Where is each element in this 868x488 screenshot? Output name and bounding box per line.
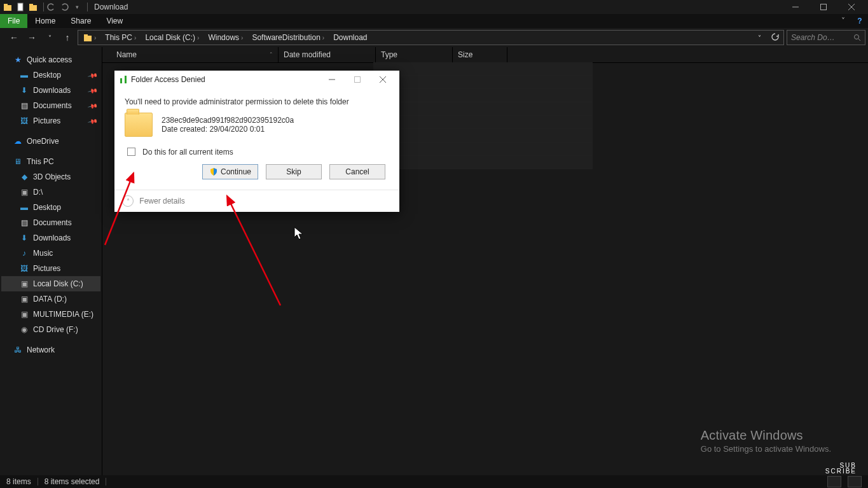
minimize-button[interactable] (782, 0, 809, 14)
3d-icon: ◆ (19, 172, 29, 182)
svg-rect-14 (125, 76, 127, 83)
sidebar-item-local-disk-c[interactable]: ▣Local Disk (C:) (1, 276, 100, 291)
sidebar-item-multimedia-e[interactable]: ▣MULTIMEDIA (E:) (1, 307, 100, 322)
document-icon (15, 2, 25, 12)
sidebar-item-data-d[interactable]: ▣DATA (D:) (1, 291, 100, 307)
svg-rect-4 (29, 4, 33, 6)
addressbar-history-icon[interactable]: ˅ (752, 30, 767, 45)
svg-rect-10 (84, 34, 88, 36)
folder-root-icon[interactable]: › (79, 31, 100, 44)
download-icon: ⬇ (19, 233, 29, 243)
drive-icon: ▣ (19, 309, 29, 319)
sidebar-group-network[interactable]: 🖧 Network (1, 342, 100, 358)
do-for-all-checkbox[interactable]: Do this for all current items (125, 146, 389, 158)
breadcrumb-segment[interactable]: SoftwareDistribution› (248, 31, 328, 44)
svg-point-11 (855, 35, 859, 39)
checkbox-input[interactable] (127, 148, 135, 156)
sidebar-item-3d-objects[interactable]: ◆3D Objects (1, 169, 100, 185)
breadcrumb-segment[interactable]: This PC› (101, 31, 140, 44)
title-bar: ▾ Download (0, 0, 868, 14)
details-view-button[interactable] (827, 476, 841, 487)
svg-rect-13 (120, 78, 122, 83)
view-tab[interactable]: View (99, 14, 130, 28)
file-tab[interactable]: File (0, 14, 27, 28)
sidebar-item-pictures[interactable]: 🖼 Pictures📌 (1, 113, 100, 129)
sidebar-item-desktop[interactable]: ▬Desktop (1, 200, 100, 215)
share-tab[interactable]: Share (63, 14, 99, 28)
column-size[interactable]: Size (453, 47, 507, 62)
refresh-button[interactable] (768, 32, 782, 43)
sidebar-item-music[interactable]: ♪Music (1, 246, 100, 261)
sidebar-group-onedrive[interactable]: ☁ OneDrive (1, 134, 100, 149)
cancel-button[interactable]: Cancel (329, 164, 385, 179)
music-icon: ♪ (19, 248, 29, 258)
sidebar-item-desktop[interactable]: ▬ Desktop📌 (1, 67, 100, 83)
sidebar-group-quick-access[interactable]: ★ Quick access (1, 52, 100, 67)
breadcrumb-segment[interactable]: Windows› (204, 31, 247, 44)
disc-icon: ◉ (19, 324, 29, 335)
pc-icon: 🖥 (13, 157, 23, 167)
navigation-sidebar: ★ Quick access ▬ Desktop📌 ⬇ Downloads📌 ▤… (0, 47, 102, 475)
svg-rect-6 (821, 4, 827, 10)
pin-icon: 📌 (88, 85, 98, 95)
sidebar-item-documents[interactable]: ▤Documents (1, 215, 100, 230)
nav-up-button[interactable]: ↑ (60, 30, 75, 45)
svg-rect-2 (18, 3, 23, 11)
column-date-modified[interactable]: Date modified (279, 47, 376, 62)
search-input[interactable]: Search Do… (787, 30, 865, 45)
nav-back-button[interactable]: ← (6, 30, 22, 45)
sort-asc-icon: ˄ (270, 52, 273, 58)
skip-button[interactable]: Skip (266, 164, 322, 179)
ribbon-tabs: File Home Share View ˅ ? (0, 14, 868, 28)
sidebar-item-downloads[interactable]: ⬇ Downloads📌 (1, 83, 100, 98)
dialog-close-button[interactable] (370, 71, 396, 88)
svg-rect-0 (4, 5, 11, 11)
dialog-maximize-button[interactable] (345, 71, 370, 88)
drive-icon: ▣ (19, 294, 29, 304)
sidebar-item-downloads[interactable]: ⬇Downloads (1, 230, 100, 246)
network-icon: 🖧 (13, 345, 23, 355)
qat-dropdown-icon[interactable]: ▾ (72, 2, 82, 12)
thumbnails-view-button[interactable] (848, 476, 862, 487)
dialog-icon (118, 74, 128, 85)
home-tab[interactable]: Home (27, 14, 63, 28)
download-icon: ⬇ (19, 85, 29, 95)
address-bar[interactable]: › This PC› Local Disk (C:)› Windows› Sof… (78, 30, 784, 45)
column-headers[interactable]: Name˄ Date modified Type Size (102, 47, 868, 63)
dialog-minimize-button[interactable] (319, 71, 345, 88)
subscribe-watermark: SUB SCRIBE (825, 463, 857, 474)
sidebar-item-drive-d[interactable]: ▣D:\ (1, 185, 100, 200)
sidebar-group-this-pc[interactable]: 🖥 This PC (1, 154, 100, 169)
recent-locations-icon[interactable]: ˅ (42, 30, 57, 45)
undo-icon[interactable] (46, 2, 57, 12)
sidebar-item-documents[interactable]: ▤ Documents📌 (1, 98, 100, 113)
sidebar-item-cd-drive-f[interactable]: ◉CD Drive (F:) (1, 322, 100, 337)
document-icon: ▤ (19, 218, 29, 228)
window-title: Download (94, 3, 128, 11)
separator (38, 478, 38, 485)
chevron-up-icon: ˄ (122, 195, 134, 207)
nav-forward-button[interactable]: → (24, 30, 39, 45)
svg-rect-1 (4, 4, 8, 6)
activate-windows-watermark: Activate Windows Go to Settings to activ… (701, 428, 831, 454)
column-name[interactable]: Name˄ (111, 47, 279, 62)
column-type[interactable]: Type (376, 47, 453, 62)
fewer-details-link[interactable]: ˄ Fewer details (114, 190, 399, 212)
breadcrumb-segment[interactable]: Download (329, 31, 371, 44)
star-icon: ★ (13, 55, 23, 65)
breadcrumb-segment[interactable]: Local Disk (C:)› (141, 31, 203, 44)
desktop-icon: ▬ (19, 202, 29, 213)
separator (106, 478, 106, 485)
help-icon[interactable]: ? (851, 14, 868, 28)
collapse-ribbon-icon[interactable]: ˅ (835, 14, 851, 28)
svg-line-12 (858, 39, 860, 41)
dialog-title: Folder Access Denied (131, 75, 205, 84)
maximize-button[interactable] (809, 0, 837, 14)
sidebar-item-pictures[interactable]: 🖼Pictures (1, 261, 100, 276)
selected-rows-placeholder (373, 62, 593, 169)
close-button[interactable] (837, 0, 865, 14)
redo-icon[interactable] (59, 2, 69, 12)
continue-button[interactable]: Continue (202, 164, 258, 179)
folder-icon (3, 2, 13, 12)
pictures-icon: 🖼 (19, 116, 29, 126)
